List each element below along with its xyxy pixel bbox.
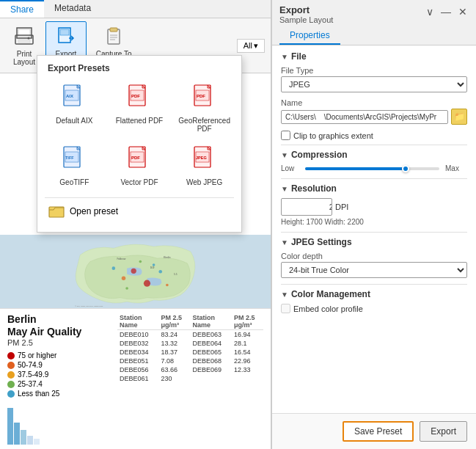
- dpi-spinner[interactable]: ▲ ▼: [281, 198, 332, 216]
- svg-text:PDF: PDF: [131, 94, 140, 98]
- left-panel: Share Metadata PrintLayout: [0, 0, 271, 449]
- aix-file-icon: AIX: [62, 84, 86, 114]
- color-mgmt-section-header[interactable]: ▼ Color Management: [281, 289, 467, 299]
- preset-item-aix[interactable]: AIX Default AIX: [45, 81, 104, 136]
- jpeg-section-title: JPEG Settings: [291, 237, 352, 247]
- open-preset-button[interactable]: Open preset: [45, 197, 234, 224]
- divider-1: [281, 145, 467, 145]
- file-type-label: File Type: [281, 66, 467, 75]
- dpi-value-input[interactable]: [282, 200, 332, 213]
- legend-item-1: 50-74.9: [7, 361, 103, 369]
- table-cell-3-0: DEBE051: [117, 357, 159, 365]
- embed-profile-label: Embed color profile: [293, 304, 363, 313]
- browse-folder-button[interactable]: 📁: [451, 109, 467, 125]
- svg-point-4: [28, 37, 30, 40]
- export-button[interactable]: Export: [420, 421, 467, 442]
- path-input[interactable]: [281, 110, 448, 124]
- embed-profile-checkbox[interactable]: [281, 304, 290, 313]
- save-preset-button[interactable]: Save Preset: [343, 421, 414, 442]
- preset-aix-label: Default AIX: [56, 117, 92, 125]
- open-preset-label: Open preset: [70, 206, 118, 216]
- svg-text:PDF: PDF: [197, 94, 205, 98]
- file-section-title: File: [291, 51, 307, 62]
- low-label: Low: [281, 164, 299, 172]
- print-layout-label: PrintLayout: [13, 50, 35, 66]
- close-icon[interactable]: ✕: [457, 4, 469, 19]
- preset-grid: AIX Default AIX PDF Flattened PDF: [45, 81, 234, 190]
- col-header-0: StationName: [117, 313, 159, 330]
- divider-3: [281, 232, 467, 233]
- tab-properties[interactable]: Properties: [279, 27, 340, 45]
- legend-item-2: 37.5-49.9: [7, 370, 103, 379]
- preset-item-pdf-vector[interactable]: PDF Vector PDF: [110, 142, 169, 190]
- table-cell-3-3: 22.96: [232, 357, 263, 365]
- svg-text:JPEG: JPEG: [196, 156, 207, 160]
- preset-pdf-geo-label: GeoReferenced PDF: [178, 117, 230, 133]
- svg-point-42: [112, 266, 116, 270]
- svg-text:16.9: 16.9: [150, 266, 155, 269]
- legend-item-3: 25-37.4: [7, 380, 103, 388]
- tab-metadata[interactable]: Metadata: [44, 0, 101, 18]
- clip-label: Clip to graphics extent: [293, 131, 373, 140]
- table-row: DEBE01083.24DEBE06316.94: [117, 330, 263, 340]
- preset-item-pdf-geo[interactable]: PDF GeoReferenced PDF: [175, 81, 234, 136]
- legend-item-4: Less than 25: [7, 390, 103, 398]
- col-header-3: PM 2.5μg/m³: [232, 313, 263, 330]
- clip-checkbox[interactable]: [281, 131, 290, 140]
- all-chevron-icon: ▾: [254, 41, 258, 51]
- table-cell-5-1: 230: [159, 374, 191, 383]
- table-cell-2-1: 18.37: [159, 348, 191, 357]
- svg-point-44: [166, 284, 169, 287]
- name-label: Name: [281, 98, 467, 107]
- chart-bar-0: [7, 408, 13, 445]
- export-body: ▼ File File Type JPEG PDF PNG TIFF Name …: [272, 45, 476, 413]
- jpeg-section-header[interactable]: ▼ JPEG Settings: [281, 237, 467, 247]
- legend-label-2: 37.5-49.9: [18, 370, 48, 379]
- legend-dot-1: [7, 362, 15, 369]
- all-button[interactable]: All ▾: [237, 39, 265, 53]
- quality-slider[interactable]: [305, 167, 439, 170]
- minimize-icon[interactable]: —: [439, 4, 453, 19]
- resolution-chevron-icon: ▼: [281, 185, 288, 193]
- preset-jpeg-label: Web JPEG: [186, 178, 222, 186]
- chevron-down-icon[interactable]: ∨: [425, 4, 435, 19]
- export-header: Export Sample Layout Properties ∨ — ✕: [272, 0, 476, 45]
- preset-item-tiff[interactable]: TIFF GeoTIFF: [45, 142, 104, 190]
- legend-label-4: Less than 25: [18, 390, 59, 398]
- legend-title: Berlin: [7, 313, 103, 326]
- file-section-header[interactable]: ▼ File: [281, 51, 467, 62]
- file-type-select[interactable]: JPEG PDF PNG TIFF: [281, 76, 467, 92]
- slider-fill: [305, 167, 406, 170]
- preset-item-pdf-flat[interactable]: PDF Flattened PDF: [110, 81, 169, 136]
- color-depth-select[interactable]: 24-bit True Color 8-bit 32-bit: [281, 262, 467, 278]
- resolution-dimensions: Height: 1700 Width: 2200: [281, 218, 467, 226]
- export-title: Export: [279, 4, 340, 15]
- svg-point-43: [139, 260, 142, 263]
- open-preset-icon: [48, 202, 65, 220]
- svg-point-39: [144, 280, 150, 287]
- svg-point-41: [158, 270, 162, 274]
- chart-bar-2: [21, 430, 26, 445]
- export-presets-dropdown: Export Presets AIX Default AIX: [37, 55, 242, 233]
- resolution-section-title: Resolution: [291, 183, 337, 194]
- color-depth-group: Color depth 24-bit True Color 8-bit 32-b…: [281, 252, 467, 278]
- legend-left: Berlin May Air Quality PM 2.5 75 or high…: [7, 313, 103, 445]
- file-chevron-icon: ▼: [281, 53, 288, 61]
- resolution-section-header[interactable]: ▼ Resolution: [281, 183, 467, 194]
- legend-dot-0: [7, 352, 15, 359]
- chart-area: [7, 401, 44, 445]
- data-table: StationName PM 2.5μg/m³ StationName PM 2…: [117, 313, 263, 445]
- svg-text:Berlin: Berlin: [164, 256, 170, 259]
- table-cell-4-3: 12.33: [232, 365, 263, 374]
- pdf-vector-file-icon: PDF: [128, 146, 151, 175]
- table-cell-2-0: DEBE034: [117, 348, 159, 357]
- pdf-flat-file-icon: PDF: [128, 84, 151, 114]
- compression-section-header[interactable]: ▼ Compression: [281, 150, 467, 160]
- tab-share[interactable]: Share: [0, 0, 44, 18]
- table-cell-5-0: DEBE061: [117, 374, 159, 383]
- svg-rect-3: [18, 40, 30, 43]
- embed-profile-row: Embed color profile: [281, 304, 467, 313]
- print-layout-icon: [12, 25, 36, 48]
- file-type-group: File Type JPEG PDF PNG TIFF: [281, 66, 467, 92]
- preset-item-jpeg[interactable]: JPEG Web JPEG: [175, 142, 234, 190]
